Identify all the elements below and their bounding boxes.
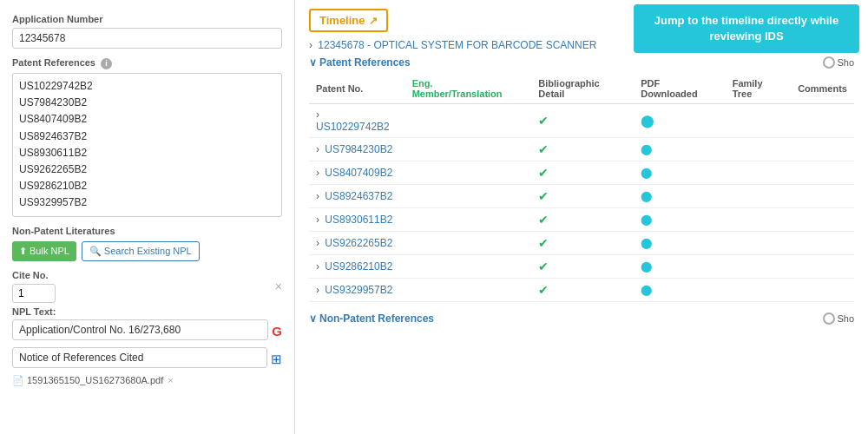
col-patent-no: Patent No. <box>309 74 405 104</box>
table-row: › US9262265B2 ✔ ⬤ <box>309 232 854 255</box>
patent-ref-item: US10229742B2 <box>19 78 275 95</box>
bulk-npl-button[interactable]: ⬆ Bulk NPL <box>12 241 76 261</box>
bib-cell: ✔ <box>531 279 634 302</box>
patent-refs-tbody: › US10229742B2 ✔ ⬤ › US7984230B2 ✔ ⬤ › <box>309 104 854 302</box>
patent-no-cell[interactable]: › US9286210B2 <box>309 255 405 279</box>
file-row: 📄 1591365150_US16273680A.pdf × <box>12 375 282 386</box>
patent-no-cell[interactable]: › US7984230B2 <box>309 138 405 161</box>
eng-member-cell <box>405 255 532 279</box>
family-cell <box>726 138 791 161</box>
table-header: Patent No. Eng. Member/Translation Bibli… <box>309 74 854 104</box>
eng-member-cell <box>405 279 532 302</box>
db-icon[interactable]: ⊞ <box>271 352 282 367</box>
breadcrumb-text: 12345678 - OPTICAL SYSTEM FOR BARCODE SC… <box>318 39 596 51</box>
patent-ref-item: US9329957B2 <box>19 194 275 211</box>
eng-member-cell <box>405 104 532 138</box>
comments-cell <box>791 104 854 138</box>
toggle-chevron-down: ∨ <box>309 56 317 69</box>
family-cell <box>726 232 791 255</box>
google-icon[interactable]: G <box>272 324 282 339</box>
table-row: › US7984230B2 ✔ ⬤ <box>309 138 854 161</box>
pdf-cell: ⬤ <box>634 232 725 255</box>
eng-member-cell <box>405 138 532 161</box>
family-cell <box>726 161 791 185</box>
show-hide-label: Sho <box>837 57 854 68</box>
patent-no-cell[interactable]: › US9262265B2 <box>309 232 405 255</box>
col-eng-member: Eng. Member/Translation <box>405 74 532 104</box>
pdf-cell: ⬤ <box>634 208 725 232</box>
npl-text-label: NPL Text: <box>12 306 282 317</box>
npl-text-input-2[interactable] <box>12 347 267 368</box>
timeline-label: Timeline <box>319 14 365 27</box>
application-number-input[interactable] <box>12 28 282 49</box>
patent-no-cell[interactable]: › US10229742B2 <box>309 104 405 138</box>
patent-no-cell[interactable]: › US8930611B2 <box>309 208 405 232</box>
patent-ref-item: US8930611B2 <box>19 145 275 161</box>
cite-no-input[interactable] <box>12 284 56 303</box>
bib-cell: ✔ <box>531 185 634 208</box>
search-npl-button[interactable]: 🔍 Search Existing NPL <box>82 241 200 261</box>
pdf-cell: ⬤ <box>634 104 725 138</box>
upload-icon: ⬆ <box>19 246 27 257</box>
comments-cell <box>791 138 854 161</box>
bib-cell: ✔ <box>531 104 634 138</box>
file-name: 1591365150_US16273680A.pdf <box>27 375 163 385</box>
application-number-label: Application Number <box>12 14 282 24</box>
family-cell <box>726 279 791 302</box>
non-patent-refs-toggle[interactable]: ∨ Non-Patent References <box>309 312 434 325</box>
eng-member-cell <box>405 161 532 185</box>
patent-ref-item: US8407409B2 <box>19 111 275 128</box>
bib-cell: ✔ <box>531 161 634 185</box>
external-link-icon: ↗ <box>369 15 378 27</box>
pdf-cell: ⬤ <box>634 138 725 161</box>
patent-refs-box: US10229742B2 US7984230B2 US8407409B2 US8… <box>12 73 282 217</box>
patent-refs-show-hide[interactable]: Sho <box>823 56 854 69</box>
bib-cell: ✔ <box>531 208 634 232</box>
close-icon[interactable]: × <box>275 279 282 293</box>
pdf-cell: ⬤ <box>634 255 725 279</box>
cite-row: Cite No. × <box>12 270 282 303</box>
pdf-cell: ⬤ <box>634 279 725 302</box>
patent-refs-section-header: ∨ Patent References Sho <box>309 56 854 69</box>
show-hide-radio <box>823 56 835 69</box>
patent-refs-toggle[interactable]: ∨ Patent References <box>309 56 411 69</box>
comments-cell <box>791 255 854 279</box>
patent-ref-item: US9262265B2 <box>19 161 275 178</box>
npl-text-row-1: G <box>12 319 282 344</box>
right-panel: Jump to the timeline directly while revi… <box>295 0 868 434</box>
patent-ref-item: US8924637B2 <box>19 128 275 145</box>
cite-no-label: Cite No. <box>12 270 56 280</box>
family-cell <box>726 104 791 138</box>
eng-member-cell <box>405 208 532 232</box>
toggle-chevron-down-2: ∨ <box>309 312 317 325</box>
npl-text-row-2: ⊞ <box>12 347 282 372</box>
pdf-cell: ⬤ <box>634 161 725 185</box>
col-comments: Comments <box>791 74 854 104</box>
table-row: › US10229742B2 ✔ ⬤ <box>309 104 854 138</box>
col-family-tree: Family Tree <box>726 74 791 104</box>
table-row: › US9286210B2 ✔ ⬤ <box>309 255 854 279</box>
family-cell <box>726 208 791 232</box>
eng-member-cell <box>405 185 532 208</box>
non-patent-refs-section-header: ∨ Non-Patent References Sho <box>309 312 854 325</box>
col-bibliographic: Bibliographic Detail <box>531 74 634 104</box>
pdf-cell: ⬤ <box>634 185 725 208</box>
file-icon: 📄 <box>12 375 24 386</box>
npl-text-input-1[interactable] <box>12 319 268 340</box>
patent-no-cell[interactable]: › US8924637B2 <box>309 185 405 208</box>
bib-cell: ✔ <box>531 255 634 279</box>
callout-tooltip: Jump to the timeline directly while revi… <box>634 4 859 53</box>
patent-no-cell[interactable]: › US9329957B2 <box>309 279 405 302</box>
non-patent-show-hide[interactable]: Sho <box>823 312 854 325</box>
non-patent-lit-label: Non-Patent Literatures <box>12 226 282 236</box>
patent-refs-info-icon[interactable]: i <box>101 58 112 69</box>
remove-file-icon[interactable]: × <box>168 375 173 385</box>
non-patent-refs-label: Non-Patent References <box>319 312 434 325</box>
npl-buttons: ⬆ Bulk NPL 🔍 Search Existing NPL <box>12 241 282 261</box>
patent-refs-section-label: Patent References <box>319 56 411 69</box>
timeline-button[interactable]: Timeline ↗ <box>309 9 388 32</box>
patent-ref-item: US7984230B2 <box>19 95 275 111</box>
bib-cell: ✔ <box>531 232 634 255</box>
patent-no-cell[interactable]: › US8407409B2 <box>309 161 405 185</box>
eng-member-cell <box>405 232 532 255</box>
